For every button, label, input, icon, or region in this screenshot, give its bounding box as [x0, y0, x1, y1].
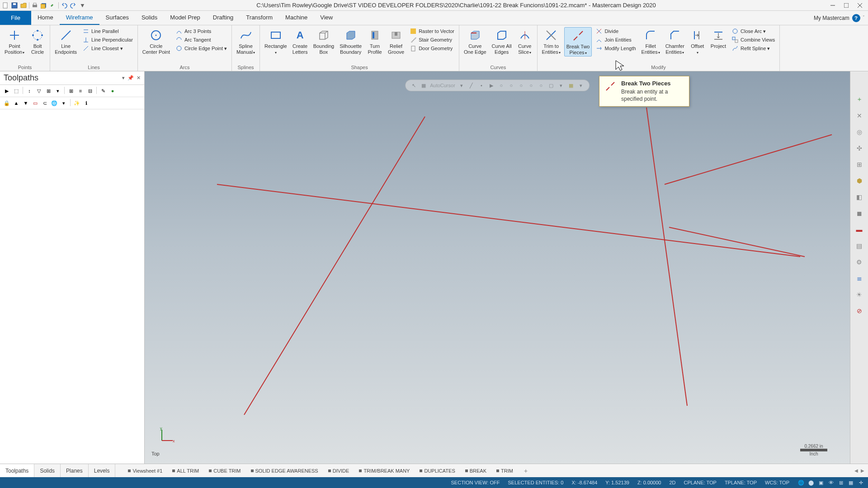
- rt-sun-icon[interactable]: ☀: [854, 289, 865, 300]
- fb-dot-icon[interactable]: •: [478, 82, 485, 89]
- fb-sp5-icon[interactable]: ○: [538, 82, 545, 89]
- tab-model-prep[interactable]: Model Prep: [164, 11, 206, 25]
- tb-run-icon[interactable]: ●: [108, 87, 117, 95]
- tb-chain-icon[interactable]: ⊂: [41, 99, 49, 107]
- tb-info-icon[interactable]: ℹ: [82, 99, 90, 107]
- rt-red-icon[interactable]: ▬: [854, 224, 865, 235]
- save-icon[interactable]: [11, 2, 18, 9]
- combine-views-button[interactable]: Combine Views: [730, 36, 777, 44]
- arc-tangent-button[interactable]: Arc Tangent: [174, 36, 229, 44]
- st-globe-icon[interactable]: 🌐: [797, 479, 805, 486]
- rt-layers-icon[interactable]: ≣: [854, 273, 865, 284]
- fb-ptr-icon[interactable]: ▶: [488, 82, 495, 89]
- maximize-button[interactable]: [840, 1, 853, 10]
- tb-dd2-icon[interactable]: ▾: [60, 99, 68, 107]
- tab-machine[interactable]: Machine: [279, 11, 314, 25]
- save-all-icon[interactable]: [40, 2, 47, 9]
- point-position-button[interactable]: PointPosition▾: [3, 27, 26, 56]
- stair-geometry-button[interactable]: Stair Geometry: [408, 36, 456, 44]
- vs-tab-solidedge[interactable]: SOLID EDGE AWARENESS: [247, 466, 322, 475]
- ribbon-collapse-icon[interactable]: ˇ: [863, 15, 864, 20]
- vs-tab-1[interactable]: Viewsheet #1: [124, 466, 166, 475]
- line-perpendicular-button[interactable]: Line Perpendicular: [80, 36, 135, 44]
- close-arc-button[interactable]: Close Arc ▾: [730, 27, 777, 35]
- panel-pin-icon[interactable]: 📌: [127, 75, 134, 81]
- vs-tab-trimbreak[interactable]: TRIM/BREAK MANY: [355, 466, 413, 475]
- line-closest-button[interactable]: Line Closest ▾: [80, 44, 135, 52]
- tab-solids[interactable]: Solids: [135, 11, 164, 25]
- panel-dropdown-icon[interactable]: ▾: [122, 75, 125, 81]
- tb-sort-icon[interactable]: ↕: [25, 87, 33, 95]
- redo-icon[interactable]: [70, 2, 77, 9]
- offset-button[interactable]: Offset▾: [688, 27, 707, 56]
- rt-solid-icon[interactable]: ◼: [854, 208, 865, 219]
- floating-selection-bar[interactable]: ↖ ▦ AutoCursor ▾ ╱ • ▶ ○ ○ ○ ○ ○ ▢ ▾ ▦ ▾: [405, 80, 590, 91]
- tb-filter-icon[interactable]: ▽: [35, 87, 43, 95]
- doctab-levels[interactable]: Levels: [89, 464, 116, 477]
- relief-groove-button[interactable]: ReliefGroove: [386, 27, 406, 56]
- break-two-pieces-button[interactable]: Break TwoPieces▾: [564, 27, 592, 56]
- status-section-view[interactable]: SECTION VIEW: OFF: [451, 480, 500, 485]
- close-button[interactable]: [854, 1, 866, 10]
- curve-one-edge-button[interactable]: CurveOne Edge: [462, 27, 488, 56]
- my-mastercam-link[interactable]: My Mastercam: [814, 15, 849, 21]
- rt-x-icon[interactable]: ✕: [854, 110, 865, 121]
- st-layer-icon[interactable]: ▦: [847, 479, 854, 486]
- modify-length-button[interactable]: Modify Length: [594, 44, 637, 52]
- rectangle-button[interactable]: Rectangle▾: [263, 27, 289, 56]
- divide-button[interactable]: Divide: [594, 27, 637, 35]
- st-eye-icon[interactable]: 👁: [827, 479, 835, 486]
- tb-tree-icon[interactable]: ⊟: [86, 87, 94, 95]
- tb-down-icon[interactable]: ▼: [22, 99, 30, 107]
- viewport[interactable]: ↖ ▦ AutoCursor ▾ ╱ • ▶ ○ ○ ○ ○ ○ ▢ ▾ ▦ ▾…: [145, 71, 850, 464]
- vs-tab-break[interactable]: BREAK: [462, 466, 490, 475]
- rt-page-icon[interactable]: ▤: [854, 240, 865, 251]
- print-icon[interactable]: [31, 2, 38, 9]
- doctab-planes[interactable]: Planes: [61, 464, 89, 477]
- tb-lock-icon[interactable]: 🔒: [3, 99, 11, 107]
- fb-dd3-icon[interactable]: ▾: [577, 82, 585, 89]
- tb-globe-icon[interactable]: 🌐: [50, 99, 58, 107]
- arc-3-points-button[interactable]: Arc 3 Points: [174, 27, 229, 35]
- tool-icon[interactable]: [49, 2, 57, 9]
- tb-list-icon[interactable]: ≡: [76, 87, 85, 95]
- vs-tab-alltrim[interactable]: ALL TRIM: [169, 466, 203, 475]
- tb-select-all-icon[interactable]: ⬚: [12, 87, 20, 95]
- vs-tab-cubetrim[interactable]: CUBE TRIM: [205, 466, 244, 475]
- st-sphere-icon[interactable]: ⬤: [807, 479, 815, 486]
- fb-dd-icon[interactable]: ▾: [458, 82, 465, 89]
- spline-manual-button[interactable]: SplineManual▾: [235, 27, 257, 56]
- circle-edge-point-button[interactable]: Circle Edge Point ▾: [174, 44, 229, 52]
- rt-target-icon[interactable]: ◎: [854, 127, 865, 137]
- st-axis-icon[interactable]: ✛: [857, 479, 864, 486]
- curve-all-edges-button[interactable]: Curve AllEdges: [490, 27, 514, 56]
- fb-sp1-icon[interactable]: ○: [498, 82, 505, 89]
- fb-sp3-icon[interactable]: ○: [518, 82, 525, 89]
- tb-edit-icon[interactable]: ✎: [99, 87, 107, 95]
- tab-surfaces[interactable]: Surfaces: [99, 11, 135, 25]
- turn-profile-button[interactable]: TurnProfile: [365, 27, 384, 56]
- scroll-right-icon[interactable]: ▶: [861, 468, 864, 473]
- status-mode[interactable]: 2D: [669, 480, 675, 485]
- create-letters-button[interactable]: A CreateLetters: [291, 27, 310, 56]
- fb-sp4-icon[interactable]: ○: [528, 82, 535, 89]
- raster-to-vector-button[interactable]: Raster to Vector: [408, 27, 456, 35]
- rt-move-icon[interactable]: ✣: [854, 143, 865, 154]
- bounding-box-button[interactable]: BoundingBox: [311, 27, 336, 56]
- silhouette-boundary-button[interactable]: SilhouetteBoundary: [338, 27, 363, 56]
- st-wire-icon[interactable]: ⊞: [837, 479, 844, 486]
- minimize-button[interactable]: [826, 1, 839, 10]
- fb-cube-icon[interactable]: ▦: [420, 82, 427, 89]
- rt-snap-icon[interactable]: ⊞: [854, 159, 865, 170]
- rt-cube-icon[interactable]: ◧: [854, 192, 865, 202]
- tab-home[interactable]: Home: [31, 11, 60, 25]
- st-cube-icon[interactable]: ▣: [817, 479, 825, 486]
- vs-add-button[interactable]: +: [519, 467, 532, 474]
- tb-expand-icon[interactable]: ⊞: [44, 87, 52, 95]
- undo-icon[interactable]: [61, 2, 68, 9]
- vs-tab-trim[interactable]: TRIM: [493, 466, 517, 475]
- fillet-entities-button[interactable]: FilletEntities▾: [640, 27, 662, 56]
- fb-line-icon[interactable]: ╱: [468, 82, 475, 89]
- panel-close-icon[interactable]: ✕: [137, 75, 141, 81]
- rt-gear-icon[interactable]: ⚙: [854, 257, 865, 267]
